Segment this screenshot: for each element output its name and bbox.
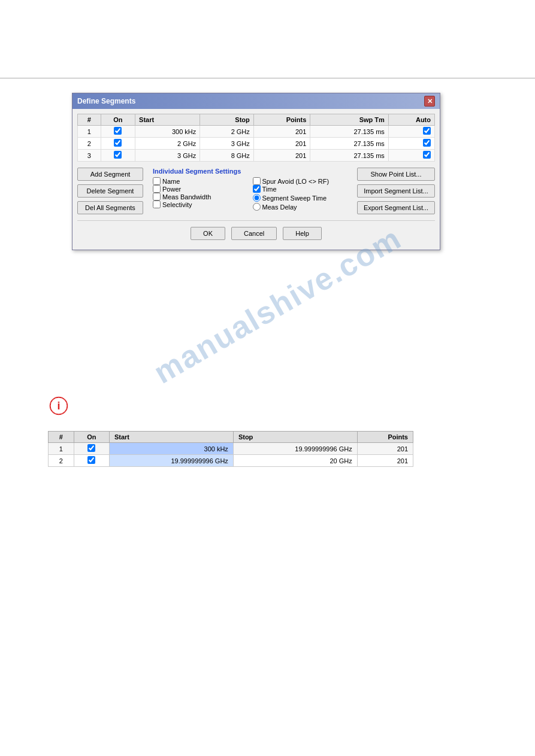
row-auto[interactable] [388,150,434,162]
checkbox-time-text: Time [262,186,277,193]
row-auto-checkbox[interactable] [423,127,431,135]
row-stop: 3 GHz [200,138,254,150]
info-icon: i [48,395,69,417]
checkbox-spur-avoid-text: Spur Avoid (LO <> RF) [262,178,330,185]
bt-row-stop: 19.999999996 GHz [233,443,357,455]
row-stop: 2 GHz [200,126,254,138]
col-header-points: Points [253,114,310,126]
settings-left-col: Name Power Meas Bandwidth Selectivity [153,177,248,211]
bt-col-num: # [49,432,74,443]
row-on-checkbox[interactable] [114,151,122,159]
radio-seg-sweep-time-label[interactable]: Segment Sweep Time [253,194,348,202]
bt-col-start: Start [109,432,233,443]
row-on[interactable] [101,150,135,162]
col-header-swptm: Swp Tm [310,114,389,126]
segment-table: # On Start Stop Points Swp Tm Auto 1 300… [77,114,435,162]
row-auto-checkbox[interactable] [423,151,431,159]
checkbox-name-label[interactable]: Name [153,177,248,185]
checkbox-meas-bw-text: Meas Bandwidth [162,193,211,201]
individual-settings-panel: Individual Segment Settings Name Power M… [149,168,351,211]
bt-row-on-checkbox[interactable] [87,444,95,452]
row-points: 201 [253,150,310,162]
bottom-segment-table: # On Start Stop Points 1 300 kHz 19.9999… [48,431,413,467]
checkbox-power-label[interactable]: Power [153,185,248,193]
bt-row-on[interactable] [74,443,109,455]
cancel-button[interactable]: Cancel [231,227,277,240]
show-point-list-button[interactable]: Show Point List... [357,168,435,181]
col-header-start: Start [135,114,200,126]
row-points: 201 [253,138,310,150]
radio-seg-sweep-time-text: Segment Sweep Time [262,195,327,202]
row-swptm: 27.135 ms [310,126,389,138]
row-start: 2 GHz [135,138,200,150]
right-buttons-group: Show Point List... Import Segment List..… [357,168,435,214]
dialog-close-button[interactable]: ✕ [424,96,435,107]
row-num: 1 [78,126,101,138]
checkbox-time[interactable] [253,185,261,193]
checkbox-meas-bw-label[interactable]: Meas Bandwidth [153,193,248,201]
define-segments-dialog: Define Segments ✕ # On Start Stop Points… [72,93,440,250]
help-button[interactable]: Help [283,227,322,240]
top-divider [0,78,535,78]
col-header-on: On [101,114,135,126]
checkbox-power[interactable] [153,185,161,193]
bt-row-stop: 20 GHz [233,455,357,467]
radio-meas-delay-text: Meas Delay [262,204,297,211]
checkbox-meas-bw[interactable] [153,193,161,201]
row-auto-checkbox[interactable] [423,139,431,147]
checkbox-name[interactable] [153,177,161,185]
dialog-body: # On Start Stop Points Swp Tm Auto 1 300… [72,109,440,250]
checkbox-selectivity-label[interactable]: Selectivity [153,201,248,208]
col-header-num: # [78,114,101,126]
col-header-stop: Stop [200,114,254,126]
row-num: 3 [78,150,101,162]
row-start: 3 GHz [135,150,200,162]
radio-meas-delay-label[interactable]: Meas Delay [253,203,348,211]
checkbox-name-text: Name [162,178,180,185]
col-header-auto: Auto [388,114,434,126]
row-num: 2 [78,138,101,150]
radio-seg-sweep-time[interactable] [253,194,261,202]
bt-row-start: 300 kHz [109,443,233,455]
bt-col-stop: Stop [233,432,357,443]
row-auto[interactable] [388,126,434,138]
del-all-segments-button[interactable]: Del All Segments [77,201,143,214]
bt-row-on-checkbox[interactable] [87,456,95,464]
delete-segment-button[interactable]: Delete Segment [77,184,143,198]
checkbox-power-text: Power [162,186,181,193]
dialog-footer: OK Cancel Help [77,220,435,245]
row-stop: 8 GHz [200,150,254,162]
table-row: 1 300 kHz 2 GHz 201 27.135 ms [78,126,435,138]
settings-right-col: Spur Avoid (LO <> RF) Time Segment Sweep… [253,177,348,211]
row-start: 300 kHz [135,126,200,138]
radio-meas-delay[interactable] [253,203,261,211]
bt-row-num: 2 [49,455,74,467]
checkbox-spur-avoid[interactable] [253,177,261,185]
bt-row-start: 19.999999996 GHz [109,455,233,467]
left-buttons-group: Add Segment Delete Segment Del All Segme… [77,168,143,214]
individual-settings-title: Individual Segment Settings [153,168,347,175]
checkbox-selectivity[interactable] [153,201,161,208]
row-on-checkbox[interactable] [114,127,122,135]
bt-row-points: 201 [357,455,413,467]
checkbox-spur-avoid-label[interactable]: Spur Avoid (LO <> RF) [253,177,348,185]
svg-text:i: i [57,400,60,412]
row-on[interactable] [101,138,135,150]
list-item: 2 19.999999996 GHz 20 GHz 201 [49,455,413,467]
bt-row-points: 201 [357,443,413,455]
ok-button[interactable]: OK [191,227,225,240]
row-on[interactable] [101,126,135,138]
list-item: 1 300 kHz 19.999999996 GHz 201 [49,443,413,455]
bt-row-on[interactable] [74,455,109,467]
table-row: 3 3 GHz 8 GHz 201 27.135 ms [78,150,435,162]
row-on-checkbox[interactable] [114,139,122,147]
checkbox-time-label[interactable]: Time [253,185,348,193]
dialog-controls: Add Segment Delete Segment Del All Segme… [77,168,435,214]
bt-row-num: 1 [49,443,74,455]
row-auto[interactable] [388,138,434,150]
add-segment-button[interactable]: Add Segment [77,168,143,181]
row-swptm: 27.135 ms [310,150,389,162]
import-segment-list-button[interactable]: Import Segment List... [357,184,435,198]
export-segment-list-button[interactable]: Export Segment List... [357,201,435,214]
bt-col-on: On [74,432,109,443]
